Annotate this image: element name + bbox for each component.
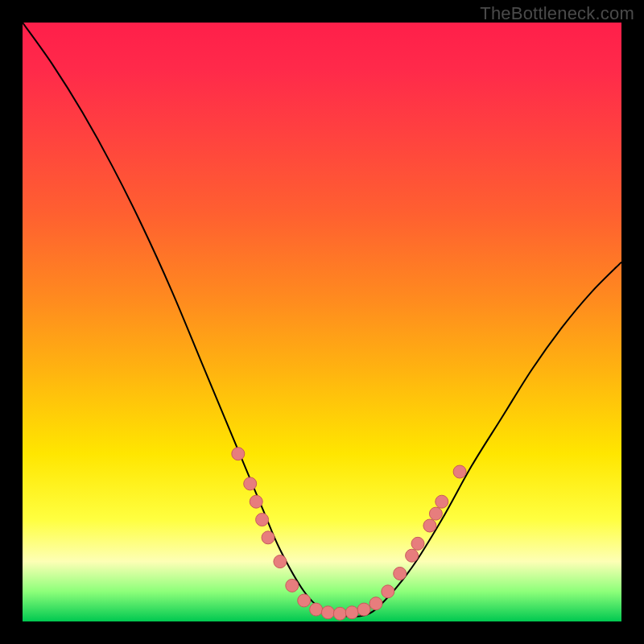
bottleneck-chart-svg <box>23 23 621 621</box>
data-marker <box>453 465 466 478</box>
data-marker <box>262 531 275 544</box>
bottleneck-curve <box>23 23 621 617</box>
data-marker <box>232 448 245 460</box>
data-marker <box>345 606 358 619</box>
data-marker <box>406 549 419 562</box>
data-marker <box>286 579 299 592</box>
data-marker <box>423 519 436 532</box>
data-marker <box>244 477 257 490</box>
data-marker <box>394 568 407 580</box>
data-marker <box>256 514 269 526</box>
data-marker <box>250 495 262 508</box>
data-marker <box>411 537 424 550</box>
data-marker <box>369 597 382 610</box>
data-marker <box>274 555 287 568</box>
data-marker <box>321 606 334 619</box>
data-marker <box>357 603 370 616</box>
data-marker <box>298 594 311 607</box>
marker-group <box>232 448 466 621</box>
chart-frame: TheBottleneck.com <box>0 0 644 644</box>
data-marker <box>382 585 394 598</box>
data-marker <box>333 607 346 620</box>
data-marker <box>436 495 448 508</box>
data-marker <box>429 507 442 520</box>
chart-plot-area <box>23 23 621 621</box>
data-marker <box>310 603 323 616</box>
watermark-text: TheBottleneck.com <box>480 3 634 24</box>
